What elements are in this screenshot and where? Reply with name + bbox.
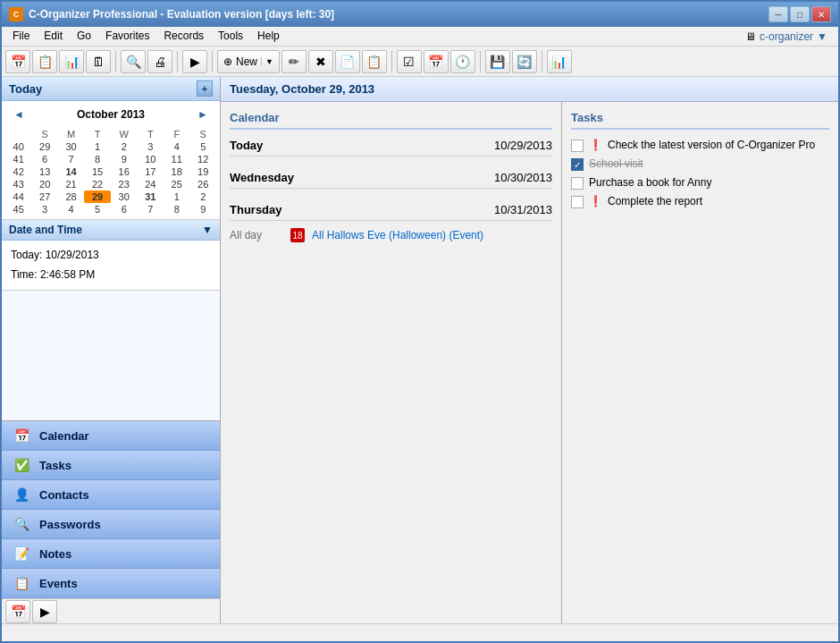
toolbar-edit-btn[interactable]: ✏	[281, 50, 307, 73]
menu-records[interactable]: Records	[156, 29, 211, 44]
calendar-day[interactable]: 10	[138, 153, 164, 165]
today-expand-button[interactable]: +	[197, 80, 213, 97]
app-icon: C	[9, 7, 23, 21]
task-label: Complete the report	[608, 195, 702, 207]
calendar-day[interactable]: 1	[164, 190, 189, 203]
task-checkbox[interactable]	[571, 177, 584, 190]
calendar-day[interactable]: 30	[111, 190, 138, 203]
toolbar-btn-4[interactable]: 🗓	[86, 50, 111, 73]
menu-help[interactable]: Help	[250, 29, 287, 44]
week-number: 45	[5, 203, 31, 216]
toolbar-btn-2[interactable]: 📋	[32, 50, 57, 73]
maximize-button[interactable]: □	[790, 6, 810, 22]
toolbar-paste-btn[interactable]: 📋	[362, 50, 387, 73]
toolbar-search-btn[interactable]: 🔍	[121, 50, 146, 73]
bottom-calendar-btn[interactable]: 📅	[5, 600, 30, 623]
calendar-day[interactable]: 8	[164, 203, 189, 216]
mini-calendar: ◄ October 2013 ► S M T W T F	[2, 101, 220, 220]
calendar-day[interactable]: 23	[111, 178, 138, 190]
toolbar-btn-1[interactable]: 📅	[5, 50, 30, 73]
calendar-day[interactable]: 7	[138, 203, 164, 216]
nav-btn-notes[interactable]: 📝Notes	[2, 539, 220, 569]
calendar-day[interactable]: 29	[84, 190, 110, 203]
calendar-day[interactable]: 21	[58, 178, 84, 190]
toolbar-print-btn[interactable]: 🖨	[147, 50, 172, 73]
calendar-day[interactable]: 6	[31, 153, 57, 165]
calendar-day[interactable]: 22	[84, 178, 110, 190]
calendar-day[interactable]: 4	[164, 140, 189, 153]
calendar-day[interactable]: 2	[189, 190, 216, 203]
bottom-next-btn[interactable]: ▶	[32, 600, 57, 623]
menu-go[interactable]: Go	[70, 29, 98, 44]
date-time-header[interactable]: Date and Time ▼	[2, 220, 220, 241]
calendar-day[interactable]: 12	[189, 153, 216, 165]
close-button[interactable]: ✕	[811, 6, 831, 22]
calendar-day[interactable]: 2	[111, 140, 138, 153]
calendar-day[interactable]: 13	[31, 165, 57, 178]
calendar-day[interactable]: 16	[111, 165, 138, 178]
menu-tools[interactable]: Tools	[211, 29, 250, 44]
calendar-day[interactable]: 14	[58, 165, 84, 178]
calendar-day[interactable]: 28	[58, 190, 84, 203]
toolbar-calendar-btn[interactable]: 📅	[424, 50, 449, 73]
calendar-day[interactable]: 17	[138, 165, 164, 178]
menu-favorites[interactable]: Favorites	[98, 29, 156, 44]
toolbar-copy-btn[interactable]: 📄	[335, 50, 360, 73]
nav-btn-passwords[interactable]: 🔍Passwords	[2, 510, 220, 539]
date-time-section: Date and Time ▼ Today: 10/29/2013 Time: …	[2, 220, 220, 291]
toolbar-delete-btn[interactable]: ✖	[308, 50, 333, 73]
calendar-day[interactable]: 19	[189, 165, 216, 178]
cal-next-button[interactable]: ►	[193, 106, 213, 123]
calendar-day[interactable]: 30	[58, 140, 84, 153]
calendar-day[interactable]: 29	[31, 140, 57, 153]
calendar-day[interactable]: 5	[189, 140, 216, 153]
calendar-day[interactable]: 18	[164, 165, 189, 178]
calendar-day[interactable]: 24	[138, 178, 164, 190]
calendar-day[interactable]: 9	[111, 153, 138, 165]
calendar-day[interactable]: 7	[58, 153, 84, 165]
nav-btn-tasks[interactable]: ✅Tasks	[2, 451, 220, 480]
event-text[interactable]: All Hallows Eve (Halloween) (Event)	[312, 229, 483, 241]
toolbar-report-btn[interactable]: 📊	[547, 50, 572, 73]
calendar-day[interactable]: 4	[58, 203, 84, 216]
toolbar-sync-btn[interactable]: 🔄	[512, 50, 537, 73]
bottom-toolbar: 📅 ▶	[2, 598, 220, 623]
toolbar-expand-btn[interactable]: ▶	[182, 50, 207, 73]
calendar-day[interactable]: 3	[31, 203, 57, 216]
new-button[interactable]: ⊕ New ▼	[217, 50, 280, 73]
toolbar-export-btn[interactable]: 💾	[485, 50, 510, 73]
calendar-day[interactable]: 3	[138, 140, 164, 153]
calendar-day[interactable]: 20	[31, 178, 57, 190]
task-checkbox[interactable]	[571, 196, 584, 208]
user-dropdown-icon[interactable]: ▼	[817, 30, 827, 43]
toolbar-clock-btn[interactable]: 🕐	[450, 50, 475, 73]
main-content: Today + ◄ October 2013 ► S M T	[2, 77, 838, 623]
new-dropdown-icon[interactable]: ▼	[261, 57, 273, 66]
nav-btn-contacts[interactable]: 👤Contacts	[2, 480, 220, 510]
task-checkbox[interactable]: ✓	[571, 158, 584, 171]
calendar-day[interactable]: 27	[31, 190, 57, 203]
day-entry: Thursday 10/31/2013 All day 18 All Hallo…	[230, 203, 552, 244]
task-checkbox[interactable]	[571, 140, 584, 152]
task-item: ❗ Check the latest version of C-Organize…	[571, 139, 829, 152]
nav-btn-calendar[interactable]: 📅Calendar	[2, 421, 220, 451]
cal-prev-button[interactable]: ◄	[9, 106, 29, 123]
nav-btn-events[interactable]: 📋Events	[2, 569, 220, 598]
calendar-day[interactable]: 15	[84, 165, 110, 178]
menu-edit[interactable]: Edit	[37, 29, 70, 44]
minimize-button[interactable]: ─	[769, 6, 788, 22]
calendar-day[interactable]: 9	[189, 203, 216, 216]
calendar-day[interactable]: 25	[164, 178, 189, 190]
toolbar-check-btn[interactable]: ☑	[397, 50, 422, 73]
menu-file[interactable]: File	[5, 29, 37, 44]
calendar-day[interactable]: 8	[84, 153, 110, 165]
calendar-day[interactable]: 31	[138, 190, 164, 203]
main-date-label: Tuesday, October 29, 2013	[230, 82, 374, 96]
toolbar-btn-3[interactable]: 📊	[59, 50, 84, 73]
calendar-day[interactable]: 6	[111, 203, 138, 216]
calendar-day[interactable]: 11	[164, 153, 189, 165]
toolbar-separator-1	[115, 51, 116, 72]
calendar-day[interactable]: 26	[189, 178, 216, 190]
calendar-day[interactable]: 1	[84, 140, 110, 153]
calendar-day[interactable]: 5	[84, 203, 110, 216]
